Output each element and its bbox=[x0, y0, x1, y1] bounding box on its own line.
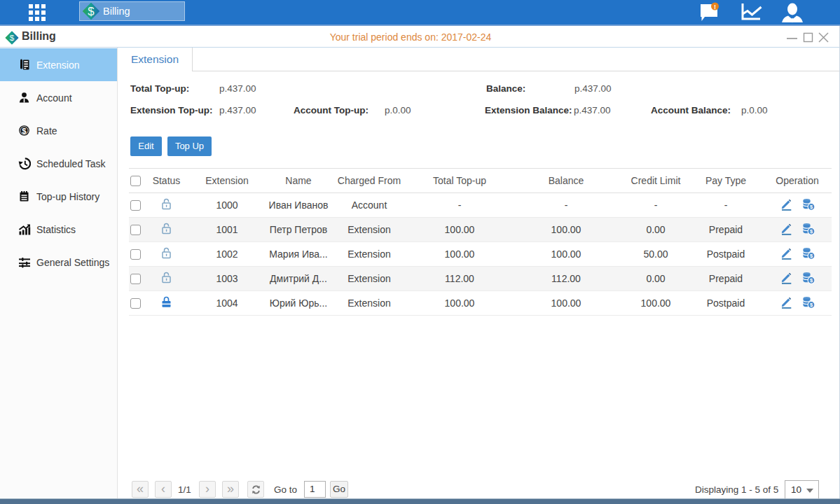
svg-text:!: ! bbox=[714, 4, 716, 10]
svg-text:$: $ bbox=[88, 5, 95, 18]
svg-text:$: $ bbox=[22, 127, 27, 135]
